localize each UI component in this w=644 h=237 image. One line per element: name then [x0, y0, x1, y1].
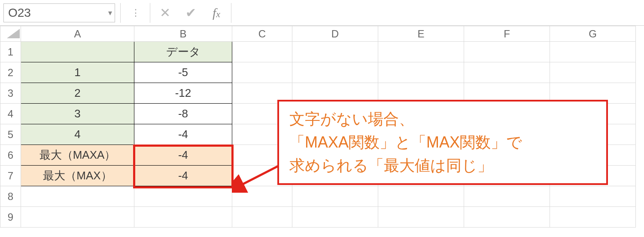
col-header-G[interactable]: G [550, 26, 636, 42]
cell-D2[interactable] [292, 62, 378, 83]
cell-A6[interactable]: 最大（MAXA） [21, 145, 134, 166]
cell-A3[interactable]: 2 [21, 83, 134, 104]
name-box-input[interactable] [4, 6, 90, 20]
cell-F1[interactable] [464, 42, 550, 62]
formula-input[interactable] [233, 3, 644, 22]
callout-box: 文字がない場合、 「MAXA関数」と「MAX関数」で 求められる「最大値は同じ」 [277, 100, 608, 185]
col-header-D[interactable]: D [292, 26, 378, 42]
cell-A9[interactable] [21, 207, 134, 228]
spreadsheet-grid[interactable]: A B C D E F G 1 データ 2 1 -5 3 2 [0, 26, 644, 228]
row-header-6[interactable]: 6 [0, 145, 21, 166]
cell-C9[interactable] [232, 207, 292, 228]
name-box[interactable]: ▾ [3, 3, 115, 22]
cell-A5[interactable]: 4 [21, 124, 134, 145]
cell-F2[interactable] [464, 62, 550, 83]
row-header-4[interactable]: 4 [0, 104, 21, 124]
select-all-icon [7, 29, 20, 38]
fx-icon[interactable]: fx [204, 4, 229, 22]
cell-B3[interactable]: -12 [134, 83, 232, 104]
cell-B4[interactable]: -8 [134, 104, 232, 124]
row-header-7[interactable]: 7 [0, 166, 21, 186]
select-all-corner[interactable] [0, 26, 21, 42]
row-header-1[interactable]: 1 [0, 42, 21, 62]
cell-D9[interactable] [292, 207, 378, 228]
enter-icon: ✔ [178, 4, 204, 22]
col-header-E[interactable]: E [378, 26, 464, 42]
cell-E9[interactable] [378, 207, 464, 228]
cell-B7[interactable]: -4 [134, 166, 232, 186]
row-header-2[interactable]: 2 [0, 62, 21, 83]
cell-F8[interactable] [464, 186, 550, 207]
cell-G1[interactable] [550, 42, 636, 62]
row-header-9[interactable]: 9 [0, 207, 21, 228]
row-header-3[interactable]: 3 [0, 83, 21, 104]
cell-D1[interactable] [292, 42, 378, 62]
cell-B9[interactable] [134, 207, 232, 228]
col-header-B[interactable]: B [134, 26, 232, 42]
cell-A1[interactable] [21, 42, 134, 62]
col-header-F[interactable]: F [464, 26, 550, 42]
cell-G2[interactable] [550, 62, 636, 83]
cell-C2[interactable] [232, 62, 292, 83]
row-header-8[interactable]: 8 [0, 186, 21, 207]
cell-C8[interactable] [232, 186, 292, 207]
col-header-C[interactable]: C [232, 26, 292, 42]
cell-A7[interactable]: 最大（MAX） [21, 166, 134, 186]
callout-line-1: 文字がない場合、 [289, 108, 596, 131]
cell-B8[interactable] [134, 186, 232, 207]
cell-A8[interactable] [21, 186, 134, 207]
cell-B6[interactable]: -4 [134, 145, 232, 166]
row-header-5[interactable]: 5 [0, 124, 21, 145]
cell-B1[interactable]: データ [134, 42, 232, 62]
callout-line-2: 「MAXA関数」と「MAX関数」で [289, 131, 596, 154]
cancel-icon: ✕ [152, 4, 178, 22]
callout-line-3: 求められる「最大値は同じ」 [289, 154, 596, 177]
cell-A4[interactable]: 3 [21, 104, 134, 124]
cell-F9[interactable] [464, 207, 550, 228]
cell-A2[interactable]: 1 [21, 62, 134, 83]
name-box-dropdown-icon[interactable]: ▾ [108, 8, 112, 18]
cell-B2[interactable]: -5 [134, 62, 232, 83]
cell-B5[interactable]: -4 [134, 124, 232, 145]
cell-C1[interactable] [232, 42, 292, 62]
col-header-A[interactable]: A [21, 26, 134, 42]
dots-icon: ⋮ [122, 4, 148, 22]
cell-E2[interactable] [378, 62, 464, 83]
cell-G9[interactable] [550, 207, 636, 228]
cell-E8[interactable] [378, 186, 464, 207]
cell-E1[interactable] [378, 42, 464, 62]
cell-D8[interactable] [292, 186, 378, 207]
cell-G8[interactable] [550, 186, 636, 207]
formula-bar: ▾ ⋮ ✕ ✔ fx [0, 0, 644, 26]
